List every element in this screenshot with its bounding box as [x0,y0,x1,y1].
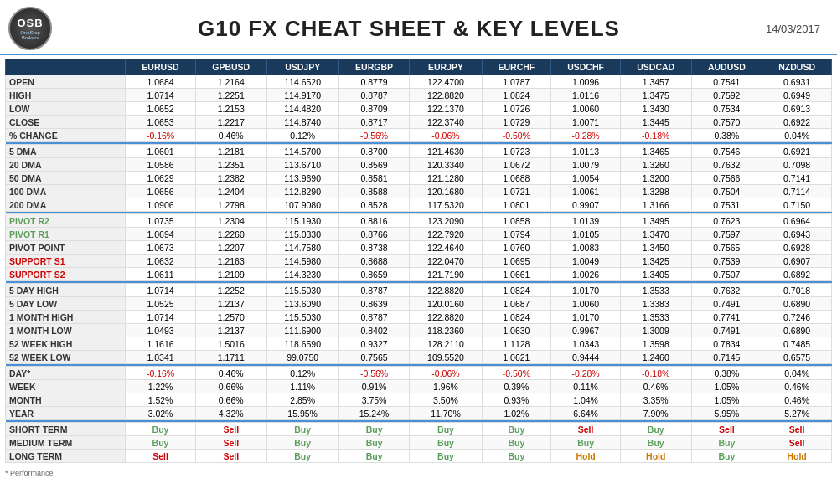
table-cell: 7.90% [620,407,691,420]
table-cell: 0.7531 [691,198,762,212]
table-cell: 0.7504 [691,185,762,198]
table-cell: 1.0079 [551,158,621,172]
table-cell: 1.0343 [551,337,621,351]
table-cell: 115.5030 [266,311,338,324]
table-cell: 1.2382 [195,172,266,185]
table-cell: 1.0714 [126,89,196,102]
table-cell: 1.3430 [620,102,691,116]
table-cell: 0.46% [762,393,832,407]
table-cell: 1.1128 [482,337,551,351]
table-cell: 5.27% [762,407,832,420]
table-cell: 1.0787 [482,75,551,89]
table-cell: Sell [762,423,832,436]
row-label: % CHANGE [6,129,126,142]
table-cell: 113.6090 [266,297,338,311]
table-cell: Sell [195,423,266,436]
col-header-usdjpy: USDJPY [266,59,338,75]
table-cell: 1.0672 [482,158,551,172]
table-cell: 0.7592 [691,89,762,102]
table-cell: 0.91% [338,380,410,393]
table-cell: 1.0726 [482,102,551,116]
table-cell: 115.0330 [266,228,338,241]
table-cell: 0.6890 [762,324,832,337]
table-cell: -0.18% [620,129,691,142]
table-cell: 128.2110 [410,337,482,351]
table-cell: Buy [482,423,551,436]
table-cell: 121.4630 [410,145,482,158]
table-cell: 1.0071 [551,116,621,129]
header-date: 14/03/2017 [766,23,829,35]
header-text: G10 FX CHEAT SHEET & KEY LEVELS [52,16,766,42]
table-cell: 1.1711 [195,351,266,364]
table-cell: 1.0714 [126,284,196,297]
table-cell: 1.2251 [195,89,266,102]
row-label: PIVOT R2 [6,214,126,228]
table-cell: Buy [338,436,410,450]
table-cell: 114.4820 [266,102,338,116]
row-label: PIVOT R1 [6,228,126,241]
table-cell: 3.35% [620,393,691,407]
logo-text: OSB [17,17,43,29]
page-title: G10 FX CHEAT SHEET & KEY LEVELS [52,16,766,42]
table-cell: 0.8402 [338,324,410,337]
table-cell: 1.0139 [551,214,621,228]
table-cell: 120.0160 [410,297,482,311]
table-cell: Buy [620,423,691,436]
table-cell: 0.6890 [762,297,832,311]
table-cell: 0.8581 [338,172,410,185]
table-cell: 113.6710 [266,158,338,172]
table-cell: 122.8820 [410,311,482,324]
table-cell: 1.0794 [482,228,551,241]
table-cell: 1.2252 [195,284,266,297]
table-cell: 0.8779 [338,75,410,89]
row-label: 1 MONTH HIGH [6,311,126,324]
table-cell: 1.3445 [620,116,691,129]
table-cell: Buy [551,436,621,450]
row-label: 100 DMA [6,185,126,198]
col-header-gpbusd: GPBUSD [195,59,266,75]
table-cell: Buy [410,423,482,436]
table-cell: 122.8820 [410,284,482,297]
table-cell: 1.3383 [620,297,691,311]
table-cell: 0.7141 [762,172,832,185]
table-cell: 0.7150 [762,198,832,212]
table-cell: 0.8766 [338,228,410,241]
table-cell: 0.46% [620,380,691,393]
table-cell: 0.7145 [691,351,762,364]
row-label: 200 DMA [6,198,126,212]
table-cell: 1.0687 [482,297,551,311]
table-cell: 123.2090 [410,214,482,228]
table-cell: -0.18% [620,367,691,380]
table-cell: 1.0735 [126,214,196,228]
table-cell: 117.5320 [410,198,482,212]
table-cell: 1.0906 [126,198,196,212]
table-cell: 1.2207 [195,241,266,255]
table-cell: 1.3200 [620,172,691,185]
table-cell: 1.0695 [482,255,551,268]
table-cell: 107.9080 [266,198,338,212]
header-area: OSB OneStopBrokers G10 FX CHEAT SHEET & … [0,0,837,55]
table-cell: 0.11% [551,380,621,393]
table-cell: 0.8659 [338,268,410,281]
table-cell: 1.2181 [195,145,266,158]
table-cell: 0.7741 [691,311,762,324]
table-cell: 0.38% [691,367,762,380]
table-cell: 0.04% [762,367,832,380]
table-cell: Buy [620,436,691,450]
table-cell: -0.16% [126,367,196,380]
table-cell: Sell [691,423,762,436]
table-cell: 0.46% [762,380,832,393]
table-cell: 1.96% [410,380,482,393]
table-cell: 114.9170 [266,89,338,102]
table-cell: Sell [551,423,621,436]
table-cell: Buy [338,423,410,436]
table-cell: 122.1370 [410,102,482,116]
row-label: 1 MONTH LOW [6,324,126,337]
table-cell: -0.06% [410,129,482,142]
table-cell: 1.04% [551,393,621,407]
table-cell: -0.50% [482,129,551,142]
table-cell: 0.6928 [762,241,832,255]
col-header-nzdusd: NZDUSD [762,59,832,75]
table-cell: 0.6907 [762,255,832,268]
table-cell: 1.2163 [195,255,266,268]
